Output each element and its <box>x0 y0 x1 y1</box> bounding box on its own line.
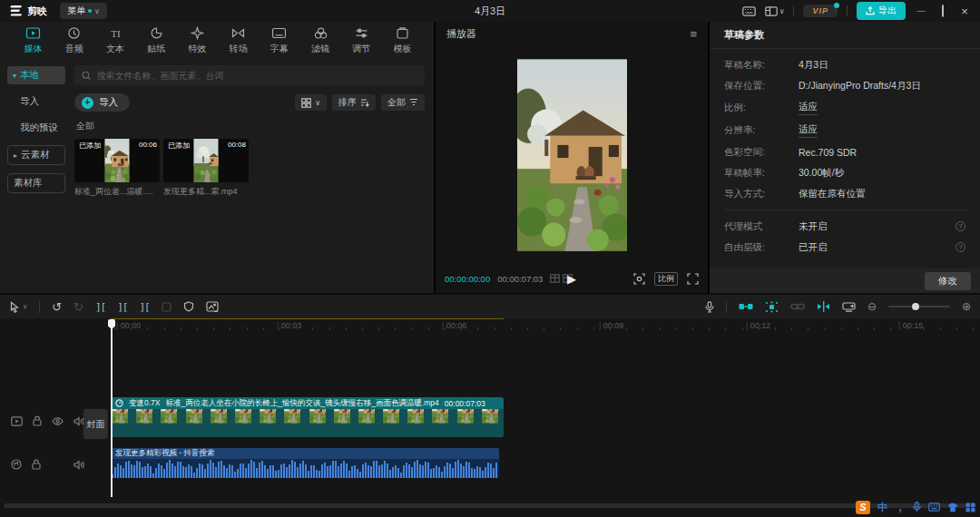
tab-captions[interactable]: 字幕 <box>259 26 299 55</box>
ime-lang-chinese[interactable]: 中 <box>877 501 887 514</box>
resolution-dropdown[interactable]: 适应 <box>799 123 818 138</box>
close-button[interactable]: × <box>958 5 971 18</box>
svg-text:TI: TI <box>111 28 121 39</box>
menu-button[interactable]: 菜单 ∨ <box>60 3 107 19</box>
modify-button[interactable]: 修改 <box>925 272 971 290</box>
lock-icon[interactable] <box>33 415 42 426</box>
play-button[interactable]: ▶ <box>567 272 576 286</box>
sogou-logo[interactable]: S <box>856 501 870 514</box>
sidebar-item-material-library[interactable]: 素材库 <box>7 173 65 193</box>
redo-button[interactable]: ↻ <box>74 300 83 314</box>
cover-button[interactable]: 封面 <box>83 409 108 439</box>
ime-toolbox-icon[interactable] <box>965 502 975 512</box>
aspect-dropdown[interactable]: 适应 <box>799 101 818 115</box>
param-row-free-layer: 自由层级: 已开启 ? <box>710 237 980 258</box>
sidebar-item-my-presets[interactable]: 我的预设 <box>7 119 65 137</box>
sidebar-item-cloud-materials[interactable]: ▸ 云素材 <box>7 145 65 165</box>
zoom-out-button[interactable]: ⊖ <box>867 300 877 313</box>
timeline-panel: ∨ ↺ ↻ ][ ][ ][ <box>0 295 980 517</box>
search-icon <box>82 71 92 81</box>
help-icon[interactable]: ? <box>956 242 965 252</box>
preview-axis-toggle[interactable] <box>817 301 830 312</box>
vip-button[interactable]: VIP <box>803 5 838 17</box>
frame-focus-icon[interactable] <box>633 273 645 285</box>
timeline-ruler[interactable]: 00:00 00:03 00:06 00:09 00:12 00:15 <box>0 319 980 333</box>
tab-templates[interactable]: 模板 <box>382 26 423 55</box>
playhead-line[interactable] <box>111 319 113 497</box>
player-menu-icon[interactable]: ≡ <box>690 27 697 41</box>
tab-filters[interactable]: 滤镜 <box>299 26 340 55</box>
media-thumbnail[interactable]: 已添加 00:06 <box>74 139 160 182</box>
search-input[interactable] <box>97 71 417 81</box>
arrow-right-icon: ▸ <box>14 151 17 160</box>
sort-button[interactable]: 排序 <box>332 94 376 111</box>
filter-all-button[interactable]: 全部 <box>381 94 425 111</box>
transition-icon <box>230 26 246 40</box>
auto-snap-toggle[interactable] <box>765 301 779 313</box>
tab-adjust[interactable]: 调节 <box>341 26 382 55</box>
chevron-down-icon: ∨ <box>23 303 27 310</box>
tab-text[interactable]: TI 文本 <box>94 26 135 55</box>
param-row-save-location: 保存位置: D:/JianyingPro Drafts/4月3日 <box>710 75 980 96</box>
ime-skin-icon[interactable] <box>947 502 958 512</box>
crop-image-button[interactable] <box>206 301 219 312</box>
adjust-sliders-icon <box>354 26 369 40</box>
delete-left-button[interactable]: ][ <box>117 301 127 313</box>
shortcut-keyboard-icon[interactable] <box>742 6 756 16</box>
export-button[interactable]: 导出 <box>857 2 906 20</box>
minimize-button[interactable]: — <box>915 6 927 15</box>
restore-button[interactable] <box>936 5 949 16</box>
audio-clip[interactable]: 发现更多精彩视频 - 抖音搜索 <box>111 448 499 478</box>
tab-transition[interactable]: 转场 <box>218 26 259 55</box>
lock-icon[interactable] <box>32 459 41 470</box>
search-bar[interactable] <box>74 65 425 85</box>
frame-grid-icon[interactable] <box>550 274 560 283</box>
main-track-magnet-toggle[interactable] <box>739 301 753 312</box>
clip-duration: 00:00:07:03 <box>445 399 485 408</box>
tab-sticker[interactable]: 贴纸 <box>136 26 177 55</box>
linkage-toggle[interactable] <box>790 302 805 311</box>
eye-icon[interactable] <box>52 417 64 425</box>
tab-audio[interactable]: 音频 <box>54 26 94 55</box>
media-card[interactable]: 已添加 00:06 标准_两位老...温暖.mp4 <box>74 139 160 198</box>
player-title: 播放器 <box>446 27 476 41</box>
divider <box>847 5 848 16</box>
help-icon[interactable]: ? <box>956 221 965 231</box>
player-viewport[interactable] <box>436 45 708 264</box>
section-all-label: 全部 <box>76 120 425 132</box>
speed-label: 变速0.7X <box>129 398 161 409</box>
layout-switch-icon[interactable]: ∨ <box>765 6 785 16</box>
ime-punctuation[interactable]: ， <box>895 500 906 515</box>
param-row-color-space: 色彩空间: Rec.709 SDR <box>710 141 980 162</box>
sidebar-item-local[interactable]: ▾ 本地 <box>7 66 65 84</box>
tab-effects[interactable]: 特效 <box>177 26 218 55</box>
delete-button[interactable] <box>162 302 172 312</box>
timeline-fit-button[interactable] <box>842 302 856 312</box>
fullscreen-icon[interactable] <box>687 273 699 285</box>
split-button[interactable]: ][ <box>95 301 105 313</box>
ime-voice-icon[interactable] <box>913 502 921 512</box>
video-clip[interactable]: 变速0.7X 标准_两位老人坐在小院的长椅上_愉快的交谈_镜头缓慢右移_画面色调… <box>111 397 504 437</box>
mask-shield-button[interactable] <box>183 301 194 312</box>
media-thumbnail[interactable]: 已添加 00:08 <box>163 139 249 182</box>
aspect-ratio-button[interactable]: 比例 <box>654 272 678 286</box>
horizontal-scrollbar[interactable] <box>4 503 976 508</box>
view-mode-button[interactable]: ∨ <box>295 94 327 111</box>
zoom-in-button[interactable]: ⊕ <box>962 300 971 313</box>
timeline-zoom-slider[interactable] <box>888 306 950 307</box>
import-button[interactable]: + 导入 <box>74 93 130 112</box>
audio-clip-label: 发现更多精彩视频 - 抖音搜索 <box>111 448 499 459</box>
select-tool-button[interactable]: ∨ <box>9 301 27 313</box>
tab-media[interactable]: 媒体 <box>13 26 54 55</box>
zoom-slider-knob[interactable] <box>912 303 919 310</box>
audio-icon <box>66 26 82 40</box>
media-card[interactable]: 已添加 00:08 发现更多精...索.mp4 <box>163 139 249 198</box>
delete-right-button[interactable]: ][ <box>139 301 149 313</box>
record-voiceover-button[interactable] <box>705 301 714 313</box>
sidebar-item-import[interactable]: 导入 <box>7 93 65 111</box>
caption-icon <box>271 26 287 40</box>
media-icon <box>25 26 41 40</box>
mute-icon[interactable] <box>74 460 84 470</box>
undo-button[interactable]: ↺ <box>52 300 62 314</box>
ime-keyboard-icon[interactable] <box>928 502 940 512</box>
